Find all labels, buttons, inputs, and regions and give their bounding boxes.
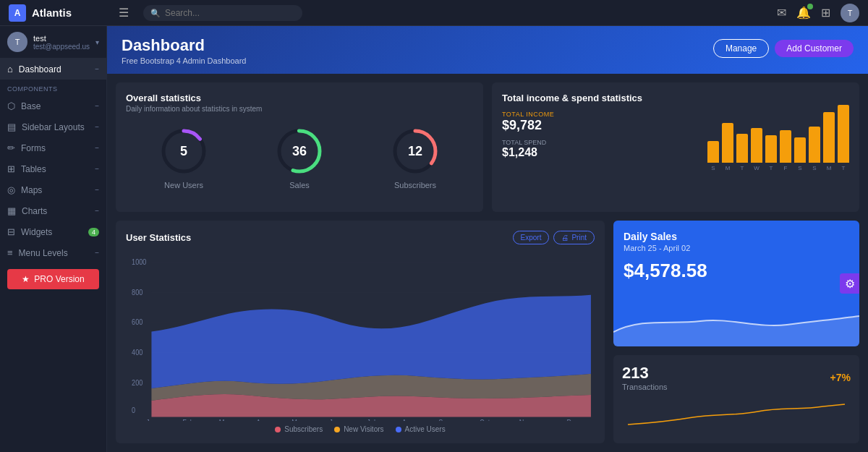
print-button[interactable]: 🖨 Print [553, 231, 595, 244]
page-header: Dashboard Free Bootstrap 4 Admin Dashboa… [107, 26, 868, 74]
sidebar-item-label: Maps [21, 185, 42, 195]
svg-text:800: 800 [132, 288, 142, 297]
sidebar-item-label: Menu Levels [19, 248, 68, 258]
dashboard-icon: ⌂ [7, 64, 13, 74]
daily-sales-date: March 25 - April 02 [624, 244, 849, 252]
brand-name: Atlantis [32, 7, 72, 19]
svg-text:Jun: Jun [329, 418, 340, 421]
gauge-circle-new-users: 5 [158, 126, 209, 176]
sidebar-item-menu-levels[interactable]: ≡ Menu Levels − [0, 242, 106, 263]
transactions-label: Transactions [622, 383, 668, 391]
components-label: COMPONENTS [0, 80, 106, 95]
notification-badge [807, 4, 813, 9]
sidebar-item-base[interactable]: ⬡ Base − [0, 95, 106, 116]
hamburger-menu[interactable]: ☰ [119, 6, 129, 20]
legend-new-visitors: New Visitors [334, 425, 383, 433]
svg-text:Nov: Nov [519, 418, 531, 421]
daily-sales-amount: $4,578.58 [624, 260, 849, 282]
income-title: Total income & spend statistics [502, 93, 849, 103]
sidebar-layouts-icon: ▤ [7, 121, 16, 132]
export-button[interactable]: Export [513, 231, 550, 244]
base-icon: ⬡ [7, 101, 15, 111]
income-stats-card: Total income & spend statistics TOTAL IN… [492, 82, 859, 212]
brand-logo: A [9, 4, 26, 22]
sidebar-item-maps[interactable]: ◎ Maps − [0, 179, 106, 200]
user-avatar-nav[interactable]: T [841, 4, 859, 22]
sidebar-item-label: Tables [21, 164, 46, 174]
transactions-card: 213 Transactions +7% [613, 355, 859, 443]
gauge-new-users: 5 New Users [158, 126, 209, 189]
gauge-sales: 36 Sales [274, 126, 325, 189]
sidebar-item-charts[interactable]: ▦ Charts − [0, 200, 106, 221]
svg-text:200: 200 [132, 378, 142, 387]
transactions-count: 213 [622, 364, 668, 383]
total-income-value: $9,782 [502, 118, 554, 133]
sidebar-item-label: Sidebar Layouts [22, 122, 85, 132]
page-title: Dashboard [122, 36, 246, 55]
total-spend-label: TOTAL SPEND [502, 139, 554, 146]
settings-button[interactable]: ⚙ [840, 273, 859, 294]
manage-button[interactable]: Manage [713, 39, 769, 58]
user-chevron-icon: ▾ [95, 38, 99, 46]
gauge-label-sales: Sales [289, 181, 310, 189]
mail-icon[interactable]: ✉ [777, 6, 786, 20]
sidebar-item-label: Base [21, 101, 41, 111]
chart-title: User Statistics [126, 232, 191, 243]
gauge-label-subscribers: Subscribers [394, 181, 436, 189]
svg-text:Sep: Sep [438, 418, 450, 421]
widgets-icon: ⊟ [7, 226, 15, 237]
right-column: Daily Sales March 25 - April 02 $4,578.5… [613, 221, 859, 443]
total-spend-section: TOTAL SPEND $1,248 [502, 139, 554, 159]
base-chevron-icon: − [95, 102, 99, 110]
sidebar-item-sidebar-layouts[interactable]: ▤ Sidebar Layouts − [0, 116, 106, 137]
sidebar-item-dashboard[interactable]: ⌂ Dashboard − [0, 59, 106, 80]
chart-header: User Statistics Export 🖨 Print [126, 231, 595, 244]
brand: A Atlantis [9, 4, 116, 22]
transactions-mini-chart [622, 396, 851, 435]
gauge-subscribers: 12 Subscribers [390, 126, 441, 189]
svg-text:Aug: Aug [402, 418, 414, 421]
daily-sales-card: Daily Sales March 25 - April 02 $4,578.5… [613, 221, 859, 346]
charts-icon: ▦ [7, 205, 16, 216]
dashboard-grid: Overall statistics Daily information abo… [107, 74, 868, 221]
user-stats-card: User Statistics Export 🖨 Print 1000 800 [116, 221, 605, 443]
print-icon: 🖨 [561, 234, 569, 242]
sidebar-item-widgets[interactable]: ⊟ Widgets 4 [0, 221, 106, 242]
svg-text:1000: 1000 [132, 258, 146, 267]
charts-chevron-icon: − [95, 207, 99, 215]
star-icon: ★ [22, 274, 30, 284]
transactions-header: 213 Transactions +7% [622, 364, 851, 391]
layers-icon[interactable]: ⊞ [821, 6, 830, 20]
pro-version-button[interactable]: ★ PRO Version [7, 269, 99, 289]
gauge-circle-sales: 36 [274, 126, 325, 176]
page-subtitle: Free Bootstrap 4 Admin Dashboard [122, 56, 246, 65]
maps-icon: ◎ [7, 184, 15, 195]
total-income-label: TOTAL INCOME [502, 111, 554, 118]
area-chart: 1000 800 600 400 200 0 [126, 250, 595, 421]
sidebar-item-forms[interactable]: ✏ Forms − [0, 137, 106, 158]
bottom-section: User Statistics Export 🖨 Print 1000 800 [107, 221, 868, 452]
svg-text:600: 600 [132, 318, 142, 327]
sidebar-item-label: Widgets [21, 227, 52, 237]
settings-icon: ⚙ [845, 277, 855, 291]
svg-text:Jul: Jul [367, 418, 375, 421]
overall-stats-title: Overall statistics [126, 93, 473, 103]
search-input[interactable] [143, 5, 302, 21]
sidebar: T test test@appseed.us ▾ ⌂ Dashboard − C… [0, 26, 107, 452]
add-customer-button[interactable]: Add Customer [775, 40, 854, 57]
svg-text:May: May [292, 418, 304, 421]
notifications-icon[interactable]: 🔔 [796, 6, 811, 20]
sidebar-item-tables[interactable]: ⊞ Tables − [0, 158, 106, 179]
widgets-badge: 4 [88, 228, 99, 236]
chart-legend: Subscribers New Visitors Active Users [126, 425, 595, 433]
gauge-value-sales: 36 [292, 144, 307, 159]
income-bar-chart: S M T W T F S S M T [707, 114, 849, 171]
legend-active-users: Active Users [396, 425, 446, 433]
forms-icon: ✏ [7, 142, 15, 153]
main-content: Dashboard Free Bootstrap 4 Admin Dashboa… [107, 26, 868, 452]
maps-chevron-icon: − [95, 186, 99, 194]
svg-text:Feb: Feb [182, 418, 194, 421]
forms-chevron-icon: − [95, 144, 99, 152]
gauges-container: 5 New Users 36 Sales [126, 120, 473, 195]
user-info[interactable]: T test test@appseed.us ▾ [0, 26, 106, 59]
